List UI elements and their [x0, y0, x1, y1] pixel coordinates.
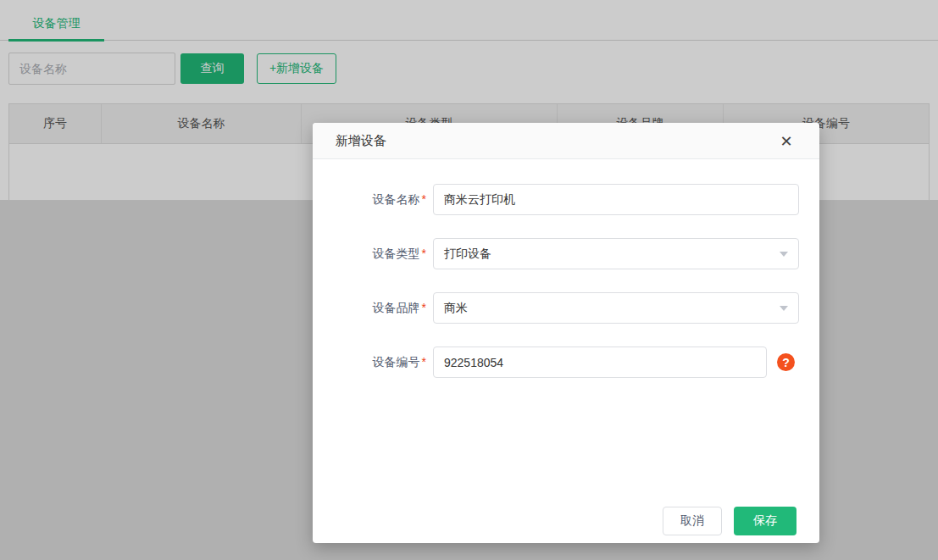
modal-footer: 取消 保存: [663, 507, 796, 535]
device-name-field-wrap: [433, 184, 799, 215]
required-asterisk: *: [422, 355, 426, 369]
chevron-down-icon: [780, 252, 788, 257]
required-asterisk: *: [422, 192, 426, 206]
device-management-page: 设备管理 查询 +新增设备 序号 设备名称 设备类型 设备品牌 设备编号 新增设…: [0, 0, 938, 560]
save-button[interactable]: 保存: [734, 507, 796, 535]
add-device-modal: 新增设备 ✕ 设备名称* 设备类型* 打印设备: [313, 123, 819, 543]
chevron-down-icon: [780, 306, 788, 311]
device-number-input[interactable]: [433, 347, 767, 378]
device-brand-label: 设备品牌*: [313, 301, 426, 316]
modal-header: 新增设备 ✕: [313, 123, 819, 159]
form-row-device-brand: 设备品牌* 商米: [313, 292, 819, 324]
required-asterisk: *: [422, 247, 426, 260]
label-text: 设备品牌: [373, 301, 420, 314]
device-name-label: 设备名称*: [313, 192, 426, 208]
device-brand-select[interactable]: 商米: [433, 292, 799, 324]
device-type-label: 设备类型*: [313, 247, 426, 262]
label-text: 设备名称: [373, 192, 420, 206]
cancel-button[interactable]: 取消: [663, 507, 722, 535]
modal-title: 新增设备: [336, 133, 386, 149]
device-type-field-wrap: 打印设备: [433, 238, 799, 269]
close-icon[interactable]: ✕: [777, 132, 796, 151]
device-brand-selected-value: 商米: [444, 301, 468, 316]
device-name-input[interactable]: [433, 184, 799, 215]
label-text: 设备编号: [373, 355, 420, 369]
form-row-device-name: 设备名称*: [313, 184, 819, 215]
form-row-device-type: 设备类型* 打印设备: [313, 238, 819, 269]
modal-body: 设备名称* 设备类型* 打印设备 设备品牌*: [313, 159, 819, 378]
device-number-field-wrap: ?: [433, 347, 795, 378]
device-type-select[interactable]: 打印设备: [433, 238, 799, 269]
required-asterisk: *: [422, 301, 426, 314]
device-type-selected-value: 打印设备: [444, 247, 491, 262]
device-brand-field-wrap: 商米: [433, 292, 799, 324]
form-row-device-number: 设备编号* ?: [313, 347, 819, 378]
label-text: 设备类型: [373, 247, 420, 260]
device-number-label: 设备编号*: [313, 355, 426, 370]
help-icon[interactable]: ?: [777, 353, 795, 371]
